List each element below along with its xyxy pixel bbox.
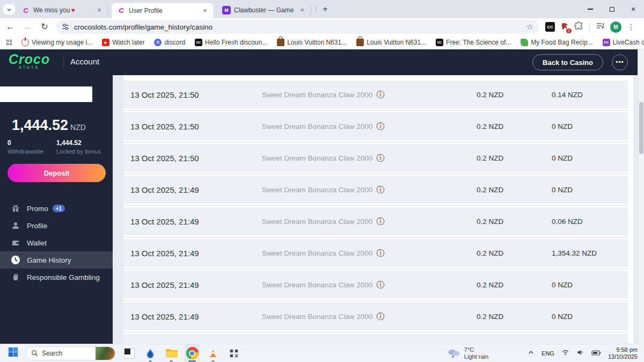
- browser-tab-2[interactable]: User Profile ×: [112, 3, 214, 18]
- dc-icon: [195, 39, 202, 46]
- battery-icon[interactable]: [591, 349, 601, 358]
- sidebar-item-responsible-gambling[interactable]: Responsible Gambling: [0, 269, 113, 286]
- weather-condition: Light rain: [464, 353, 488, 360]
- back-button[interactable]: ←: [3, 20, 17, 34]
- bookmark-item[interactable]: Louis Vuitton N631...: [356, 39, 426, 46]
- window-maximize-button[interactable]: [601, 0, 623, 18]
- tab-groups-icon[interactable]: [596, 21, 605, 33]
- row-datetime: 13 Oct 2025, 21:49: [130, 185, 199, 194]
- window-close-button[interactable]: ×: [623, 0, 644, 18]
- info-icon[interactable]: ⓘ: [376, 216, 384, 227]
- taskbar-app-app-capture-tool[interactable]: [226, 344, 241, 362]
- content-right-margin: [628, 75, 633, 344]
- new-tab-button[interactable]: +: [320, 4, 331, 15]
- header-more-button[interactable]: •••: [612, 54, 628, 70]
- reload-button[interactable]: ↻: [38, 20, 52, 34]
- row-bet-amount: 0.2 NZD: [477, 91, 503, 99]
- bookmark-item[interactable]: Hello Fresh discoun...: [195, 39, 267, 46]
- row-datetime: 13 Oct 2025, 21:49: [130, 312, 199, 321]
- row-win-amount: 0 NZD: [552, 122, 573, 131]
- scrollbar-thumb[interactable]: [639, 102, 643, 154]
- back-to-casino-button[interactable]: Back to Casino: [532, 54, 603, 70]
- croco-slots-logo[interactable]: Croco slots: [9, 53, 50, 70]
- site-header: Croco slots Account Back to Casino •••: [0, 49, 638, 75]
- tab-close-icon[interactable]: ×: [95, 6, 104, 15]
- toolbar-divider: [589, 23, 590, 31]
- search-label: Search: [42, 350, 62, 357]
- account-sidebar: 1,444.52NZD 0 Withdrawable 1,444.52 Lock…: [0, 75, 113, 344]
- sidebar-item-wallet[interactable]: Wallet: [0, 234, 113, 251]
- extensions-puzzle-icon[interactable]: [574, 21, 583, 33]
- info-icon[interactable]: ⓘ: [376, 90, 384, 100]
- info-icon[interactable]: ⓘ: [376, 248, 384, 258]
- bookmark-label: Louis Vuitton N631...: [367, 39, 426, 46]
- extension-cc-icon[interactable]: CC: [545, 22, 555, 32]
- withdrawable-label: Withdrawable: [8, 148, 56, 155]
- apps-grid-icon[interactable]: [6, 40, 12, 45]
- bookmark-item[interactable]: My Food Bag Recip...: [521, 39, 592, 46]
- balance-display: 1,444.52NZD: [12, 117, 86, 134]
- clock-time: 9:58 pm: [608, 346, 638, 353]
- bookmark-label: Watch later: [112, 39, 144, 46]
- window-minimize-button[interactable]: [580, 0, 601, 18]
- bookmark-star-icon[interactable]: ☆: [526, 22, 533, 32]
- browser-tab-1[interactable]: We miss you♥ ×: [16, 4, 108, 17]
- taskbar-search[interactable]: Search: [25, 346, 115, 360]
- info-icon[interactable]: ⓘ: [376, 185, 384, 195]
- sidebar-item-promo[interactable]: Promo +1: [0, 200, 113, 217]
- bookmark-item[interactable]: Viewing my usage i...: [21, 39, 92, 46]
- bookmark-item[interactable]: Free: The Science of...: [436, 39, 511, 46]
- menu-label: Responsible Gambling: [27, 273, 100, 281]
- game-history-row: 13 Oct 2025, 21:50 Sweet Dream Bonanza C…: [123, 81, 633, 108]
- sidebar-item-profile[interactable]: Profile: [0, 217, 113, 234]
- info-icon[interactable]: ⓘ: [376, 280, 384, 290]
- forward-button[interactable]: →: [20, 20, 34, 34]
- profile-avatar[interactable]: M: [610, 21, 621, 33]
- page-scrollbar[interactable]: [638, 49, 644, 344]
- start-button[interactable]: [8, 346, 19, 360]
- bookmark-item[interactable]: LiveCash of the Tita...: [603, 39, 644, 46]
- locked-value: 1,444.52: [56, 139, 105, 147]
- taskbar-clock[interactable]: 9:58 pm 13/10/2025: [608, 346, 638, 360]
- youtube-icon: [102, 39, 109, 46]
- address-bar[interactable]: crocoslots.com/profile/game_history/casi…: [56, 20, 539, 34]
- row-game-name: Sweet Dream Bonanza Claw 2000: [262, 186, 372, 194]
- locked-block: 1,444.52 Locked by bonus: [56, 139, 105, 155]
- taskbar-app-vlc[interactable]: [206, 344, 221, 362]
- row-win-amount: 0 NZD: [552, 186, 573, 194]
- extension-croco-icon[interactable]: 2: [560, 22, 569, 32]
- info-icon[interactable]: ⓘ: [376, 153, 384, 163]
- volume-icon[interactable]: [576, 349, 584, 358]
- row-bet-amount: 0.2 NZD: [477, 122, 503, 131]
- taskbar-app-app-deluge[interactable]: [143, 344, 158, 362]
- browser-menu-icon[interactable]: ⋮: [626, 23, 639, 31]
- tab-search-chevron-icon[interactable]: [3, 4, 15, 15]
- row-game-name: Sweet Dream Bonanza Claw 2000: [262, 249, 372, 257]
- bookmark-item[interactable]: Louis Vuitton N631...: [277, 39, 347, 46]
- sidebar-item-game-history[interactable]: Game History: [0, 251, 113, 269]
- info-icon[interactable]: ⓘ: [376, 121, 384, 132]
- language-indicator[interactable]: ENG: [541, 350, 554, 357]
- weather-widget[interactable]: 7°C Light rain: [447, 346, 488, 360]
- bookmark-item[interactable]: discord: [154, 39, 185, 46]
- bookmark-label: Free: The Science of...: [446, 39, 511, 46]
- taskbar-app-chrome[interactable]: [185, 344, 200, 362]
- discord-icon: [154, 39, 162, 46]
- tab-close-icon[interactable]: ×: [298, 6, 306, 15]
- taskbar-app-file-explorer[interactable]: [164, 344, 179, 362]
- taskbar-chevron-up-icon[interactable]: [528, 349, 535, 358]
- header-divider: [63, 56, 64, 68]
- site-settings-icon[interactable]: [61, 23, 70, 31]
- row-bet-amount: 0.2 NZD: [477, 186, 503, 194]
- bookmark-item[interactable]: Watch later: [102, 39, 144, 46]
- taskbar-app-app-lightshot[interactable]: [122, 344, 137, 362]
- row-datetime: 13 Oct 2025, 21:50: [130, 122, 199, 131]
- url-text: crocoslots.com/profile/game_history/casi…: [74, 23, 526, 31]
- tab-favicon: [222, 6, 231, 15]
- browser-tab-3[interactable]: Clawbuster — Game Provider. ×: [217, 4, 311, 17]
- page-title: Account: [70, 57, 99, 66]
- wifi-icon[interactable]: [561, 349, 569, 358]
- tab-close-icon[interactable]: ×: [201, 6, 209, 15]
- info-icon[interactable]: ⓘ: [376, 312, 384, 322]
- deposit-button[interactable]: Deposit: [8, 164, 106, 182]
